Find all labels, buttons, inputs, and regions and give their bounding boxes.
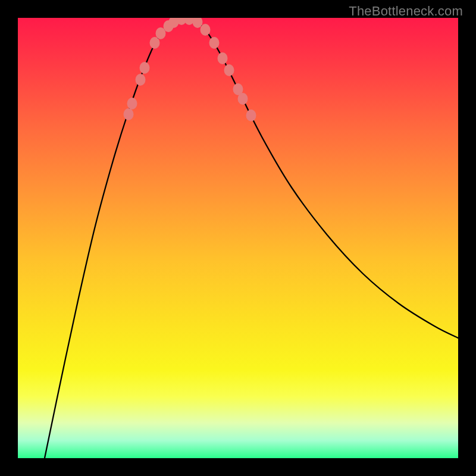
marker-dot (150, 37, 160, 49)
marker-dot (140, 62, 150, 74)
marker-dot (124, 108, 134, 120)
plot-frame (18, 18, 458, 458)
marker-dot (218, 52, 228, 64)
watermark-text: TheBottleneck.com (349, 4, 463, 19)
marker-dot (224, 64, 234, 76)
marker-dot (238, 93, 248, 105)
marker-dot (136, 74, 146, 86)
marker-dot (246, 109, 256, 121)
marker-dot (201, 24, 211, 36)
marker-dot (127, 98, 137, 109)
plot-svg (18, 18, 458, 458)
marker-dot (209, 37, 220, 49)
